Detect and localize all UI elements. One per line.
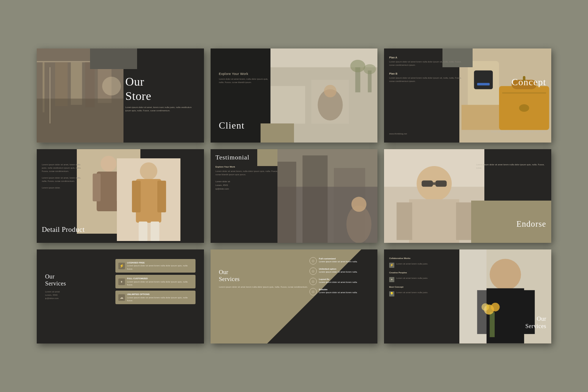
svg-rect-22 bbox=[477, 83, 490, 86]
concept-left: Plan A Lorem ipsum dolor sit amet lorem … bbox=[389, 56, 463, 83]
services1-title: Our Services bbox=[45, 273, 66, 287]
collab-body: Lorem sit amet lorem nulla justo. bbox=[396, 262, 428, 265]
collab-row: ⚡ Lorem sit amet lorem nulla justo. bbox=[389, 262, 459, 268]
explore-title: Explore Your Work bbox=[219, 72, 270, 76]
svg-rect-51 bbox=[422, 180, 433, 187]
svg-point-16 bbox=[350, 60, 365, 72]
svg-rect-43 bbox=[277, 162, 296, 243]
service-text-1: LICENSED FREELorem ipsum dolor sit amet … bbox=[127, 261, 193, 270]
services2-icon-row-3: ◎ Layout fixLorem ipsum dolor sit amet l… bbox=[309, 278, 358, 285]
concept-photo bbox=[459, 48, 551, 143]
svg-rect-40 bbox=[151, 222, 159, 241]
svg-rect-56 bbox=[456, 202, 472, 240]
client-body: Lorem dolor sit amet lorem, nulla dolor … bbox=[219, 78, 270, 84]
services2-body: Lorem ipsum dolor sit amet lorem nulla d… bbox=[219, 285, 308, 289]
svg-rect-66 bbox=[459, 249, 487, 344]
store-text: Our Store Lorem ipsum dolor sit amet, lo… bbox=[125, 75, 196, 112]
slide-services-3: Collaborative Works ⚡ Lorem sit amet lor… bbox=[384, 249, 551, 344]
svg-point-30 bbox=[101, 156, 116, 172]
slides-grid: Our Store Lorem ipsum dolor sit amet, lo… bbox=[37, 48, 551, 344]
store-body: Lorem ipsum dolor sit amet, lorem nunc n… bbox=[125, 106, 196, 112]
slide-services-1: Our Services Lorem sit amet Lorem, 4543 … bbox=[37, 249, 204, 344]
slide-client: Explore Your Work Lorem dolor sit amet l… bbox=[211, 48, 378, 143]
best-concept-row: 💡 Lorem sit amet lorem nulla justo. bbox=[389, 291, 459, 296]
svg-rect-23 bbox=[462, 105, 505, 130]
svg-rect-11 bbox=[270, 86, 305, 123]
collab-works-title: Collaborative Works bbox=[389, 257, 459, 259]
service-item-1: ⚡ LICENSED FREELorem ipsum dolor sit ame… bbox=[115, 259, 196, 273]
service-item-3: ☁ UNLIMITED OPTIONSLorem ipsum dolor sit… bbox=[115, 291, 196, 304]
detail-text: Lorem ipsum dolor sit amet, lorem nulla … bbox=[42, 163, 82, 190]
svg-point-35 bbox=[140, 162, 158, 180]
plan-b-body: Lorem ipsum dolor sit amet lorem nulla d… bbox=[389, 76, 463, 83]
endorse-photo bbox=[384, 149, 484, 243]
svg-rect-21 bbox=[474, 71, 493, 89]
svg-point-14 bbox=[324, 85, 337, 97]
service-item-2: ♦ FULL CUSTOMIZEDLorem ipsum dolor sit a… bbox=[115, 275, 196, 288]
detail-product-title: Detail Product bbox=[42, 226, 85, 234]
svg-point-18 bbox=[363, 64, 376, 74]
best-concept-icon: 💡 bbox=[389, 291, 394, 296]
testimonial-left: Testimonial Explore Your Work Lorem dolo… bbox=[215, 154, 279, 191]
testimonial-contact: Lorem dolor sit Lorem, 4543 ip@dolor.com bbox=[215, 180, 279, 191]
services3-title: Our Services bbox=[526, 315, 546, 329]
services2-text-2: Unlimited optionLorem ipsum dolor sit am… bbox=[319, 267, 358, 274]
slide-our-store: Our Store Lorem ipsum dolor sit amet, lo… bbox=[37, 48, 204, 143]
service-icon-2: ♦ bbox=[118, 278, 125, 285]
services2-icon-row-1: ◎ Full customizedLorem ipsum dolor sit a… bbox=[309, 257, 358, 265]
services2-icon-1: ◎ bbox=[309, 257, 317, 265]
svg-point-47 bbox=[351, 197, 366, 212]
endorse-title: Endorse bbox=[516, 219, 546, 229]
client-label: Client bbox=[219, 120, 244, 131]
store-title: Our Store bbox=[125, 75, 196, 103]
svg-rect-55 bbox=[397, 202, 412, 240]
plan-b: Plan B Lorem ipsum dolor sit amet lorem … bbox=[389, 72, 463, 83]
plan-b-title: Plan B bbox=[389, 72, 463, 75]
services2-icon-2: ◎ bbox=[309, 267, 317, 275]
svg-rect-44 bbox=[302, 155, 327, 243]
collab-icon: ⚡ bbox=[389, 263, 394, 268]
services2-icon-row-4: ◎ EditableLorem ipsum dolor sit amet lor… bbox=[309, 288, 358, 295]
slide-testimonial: Testimonial Explore Your Work Lorem dolo… bbox=[211, 149, 378, 243]
testimonial-photo bbox=[277, 149, 378, 243]
svg-rect-52 bbox=[435, 180, 447, 187]
creative-body: Lorem sit amet lorem nulla justo. bbox=[396, 277, 428, 280]
svg-point-64 bbox=[491, 303, 500, 312]
services2-left: Our Services Lorem ipsum dolor sit amet … bbox=[219, 269, 308, 289]
client-text: Explore Your Work Lorem dolor sit amet l… bbox=[219, 72, 270, 84]
svg-rect-54 bbox=[409, 199, 459, 243]
testimonial-explore: Explore Your Work bbox=[215, 166, 279, 168]
endorse-text: Lorem ipsum dolor sit amet lorem nulla d… bbox=[476, 163, 546, 170]
service-icon-3: ☁ bbox=[118, 294, 125, 301]
concept-body: Lorem ipsum dolor sit amet lorem nulla d… bbox=[480, 130, 546, 133]
services1-items: ⚡ LICENSED FREELorem ipsum dolor sit ame… bbox=[115, 259, 196, 305]
services2-text-1: Full customizedLorem ipsum dolor sit ame… bbox=[319, 257, 358, 263]
services2-icon-3: ◎ bbox=[309, 278, 317, 285]
svg-point-58 bbox=[490, 259, 521, 290]
svg-point-8 bbox=[102, 77, 121, 96]
svg-rect-39 bbox=[139, 222, 148, 241]
plan-a-body: Lorem ipsum dolor sit amet lorem nulla d… bbox=[389, 60, 463, 66]
plan-a-title: Plan A bbox=[389, 56, 463, 59]
endorse-body: Lorem ipsum dolor sit amet lorem nulla d… bbox=[476, 163, 546, 170]
svg-rect-27 bbox=[502, 92, 546, 93]
services2-text-4: EditableLorem ipsum dolor sit amet lorem… bbox=[319, 288, 358, 294]
testimonial-title: Testimonial bbox=[215, 154, 279, 161]
slide-detail-product: Lorem ipsum dolor sit amet, lorem nulla … bbox=[37, 149, 204, 243]
service-text-3: UNLIMITED OPTIONSLorem ipsum dolor sit a… bbox=[127, 293, 193, 302]
services2-icon-4: ◎ bbox=[309, 288, 317, 295]
slide-services-2: Our Services Lorem ipsum dolor sit amet … bbox=[211, 249, 378, 344]
gray-accent-rect bbox=[90, 48, 137, 69]
creative-title: Creative Peoples bbox=[389, 271, 459, 274]
creative-row: ♦ Lorem sit amet lorem nulla justo. bbox=[389, 277, 459, 282]
services1-text: Our Services Lorem sit amet Lorem, 4543 … bbox=[45, 273, 66, 300]
svg-point-28 bbox=[519, 104, 529, 112]
svg-rect-37 bbox=[132, 181, 141, 212]
concept-title: Concept bbox=[512, 77, 546, 88]
services2-text-3: Layout fixLorem ipsum dolor sit amet lor… bbox=[319, 278, 358, 284]
services1-tagline: Lorem sit amet Lorem, 4543 ip@dolor.com bbox=[45, 290, 66, 300]
services2-icon-row-2: ◎ Unlimited optionLorem ipsum dolor sit … bbox=[309, 267, 358, 275]
svg-rect-62 bbox=[490, 312, 495, 337]
svg-rect-53 bbox=[433, 182, 435, 185]
product-photo-2 bbox=[117, 158, 180, 241]
